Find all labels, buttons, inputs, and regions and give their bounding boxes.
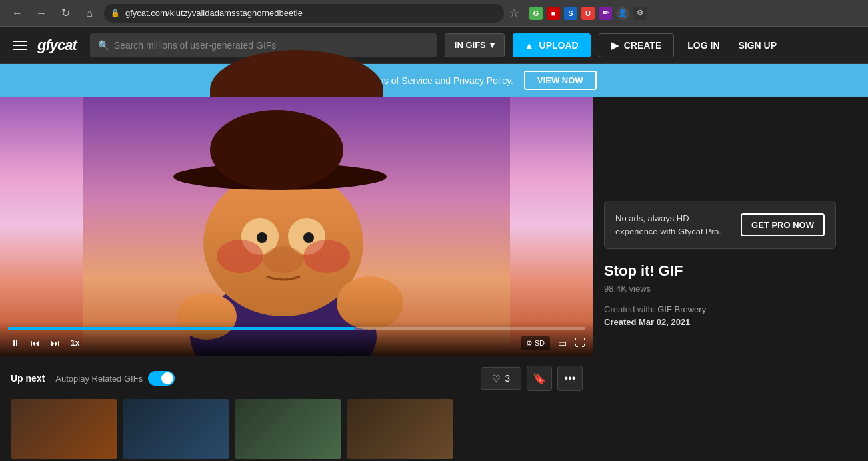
upload-label: UPLOAD bbox=[539, 40, 579, 51]
ext-icon-2[interactable]: ■ bbox=[547, 7, 560, 20]
extensions-icon[interactable]: ⚙ bbox=[633, 7, 647, 20]
pro-banner-text: No ads, always HD experience with Gfycat… bbox=[615, 212, 733, 238]
reload-button[interactable]: ↻ bbox=[56, 4, 75, 23]
upload-icon: ▲ bbox=[525, 40, 534, 51]
thumbnails-row bbox=[11, 399, 583, 459]
progress-fill bbox=[8, 327, 355, 330]
ext-icon-3[interactable]: S bbox=[564, 7, 577, 20]
step-forward-button[interactable]: ⏭ bbox=[48, 335, 63, 351]
svg-point-11 bbox=[303, 240, 350, 273]
speed-button[interactable]: 1x bbox=[68, 337, 82, 349]
gif-title: Stop it! GIF bbox=[604, 262, 836, 280]
hamburger-line bbox=[13, 41, 27, 42]
bookmark-icon: 🔖 bbox=[533, 372, 546, 385]
heart-icon: ♡ bbox=[492, 373, 501, 384]
ellipsis-icon: ••• bbox=[565, 372, 576, 384]
thumbnail-2[interactable] bbox=[123, 399, 229, 459]
ext-icon-5[interactable]: ✏ bbox=[599, 7, 612, 20]
back-button[interactable]: ← bbox=[8, 4, 27, 23]
autoplay-toggle[interactable] bbox=[148, 371, 175, 386]
hamburger-line bbox=[13, 45, 27, 46]
signup-button[interactable]: SIGN UP bbox=[733, 40, 783, 51]
search-icon: 🔍 bbox=[98, 40, 109, 51]
address-bar-wrap: 🔒 bbox=[104, 4, 504, 23]
thumbnail-1[interactable] bbox=[11, 399, 117, 459]
video-controls: ⏸ ⏮ ⏭ 1x ⚙ SD ▭ ⛶ bbox=[0, 322, 593, 356]
more-options-button[interactable]: ••• bbox=[557, 366, 583, 391]
gear-icon: ⚙ bbox=[526, 339, 533, 348]
fullscreen-button[interactable]: ⛶ bbox=[575, 337, 585, 349]
create-label: CREATE bbox=[624, 40, 662, 51]
pause-button[interactable]: ⏸ bbox=[8, 335, 23, 351]
home-button[interactable]: ⌂ bbox=[80, 4, 99, 23]
svg-point-8 bbox=[303, 232, 314, 243]
player-section: ⏸ ⏮ ⏭ 1x ⚙ SD ▭ ⛶ bbox=[0, 97, 593, 461]
created-with-label: Created with: bbox=[604, 304, 655, 314]
svg-point-7 bbox=[257, 232, 267, 243]
created-with-link[interactable]: GIF Brewery bbox=[657, 304, 706, 314]
autoplay-toggle-wrap: Autoplay Related GIFs bbox=[55, 371, 175, 386]
below-player: Up next Autoplay Related GIFs ♡ 3 🔖 bbox=[0, 356, 593, 461]
action-buttons: ♡ 3 🔖 ••• bbox=[481, 366, 583, 391]
created-with: Created with: GIF Brewery bbox=[604, 304, 836, 314]
in-gifs-button[interactable]: IN GIFS ▾ bbox=[445, 33, 505, 57]
in-gifs-label: IN GIFS bbox=[455, 40, 486, 50]
ext-icon-1[interactable]: G bbox=[529, 7, 543, 20]
up-next-row: Up next Autoplay Related GIFs ♡ 3 🔖 bbox=[11, 366, 583, 391]
lock-icon: 🔒 bbox=[111, 9, 120, 17]
step-back-button[interactable]: ⏮ bbox=[28, 335, 43, 351]
gif-views: 98.4K views bbox=[604, 284, 836, 294]
browser-extensions: G ■ S U ✏ 👤 ⚙ bbox=[529, 7, 647, 20]
address-bar[interactable] bbox=[104, 4, 504, 23]
chevron-down-icon: ▾ bbox=[490, 40, 495, 50]
gif-info: Stop it! GIF 98.4K views Created with: G… bbox=[604, 262, 836, 327]
like-count: 3 bbox=[505, 373, 510, 384]
logo-text: gfycat bbox=[37, 37, 77, 53]
created-date: Created Mar 02, 2021 bbox=[604, 317, 836, 327]
login-label: LOG IN bbox=[687, 40, 719, 51]
hamburger-line bbox=[13, 49, 27, 50]
view-now-button[interactable]: VIEW NOW bbox=[524, 71, 597, 90]
forward-button[interactable]: → bbox=[32, 4, 51, 23]
like-button[interactable]: ♡ 3 bbox=[481, 367, 521, 390]
login-button[interactable]: LOG IN bbox=[682, 40, 725, 51]
character-svg bbox=[0, 97, 593, 356]
up-next-left: Up next Autoplay Related GIFs bbox=[11, 371, 175, 386]
hamburger-button[interactable] bbox=[11, 38, 29, 53]
main-content: ⏸ ⏮ ⏭ 1x ⚙ SD ▭ ⛶ bbox=[0, 97, 868, 461]
bookmark-star-icon[interactable]: ☆ bbox=[509, 7, 519, 19]
quality-label: SD bbox=[535, 339, 545, 347]
settings-btn-wrap: ⚙ SD ▭ ⛶ bbox=[521, 335, 585, 351]
progress-bar[interactable] bbox=[8, 327, 585, 330]
signup-label: SIGN UP bbox=[739, 40, 777, 51]
pro-banner: No ads, always HD experience with Gfycat… bbox=[604, 201, 836, 249]
bookmark-button[interactable]: 🔖 bbox=[527, 366, 552, 391]
toggle-knob bbox=[161, 372, 173, 384]
theater-button[interactable]: ▭ bbox=[555, 335, 569, 351]
gif-frame[interactable] bbox=[0, 97, 593, 356]
autoplay-label: Autoplay Related GIFs bbox=[55, 374, 143, 384]
navbar: gfycat 🔍 IN GIFS ▾ ▲ UPLOAD ▶ CREATE LOG… bbox=[0, 27, 868, 64]
thumbnail-3[interactable] bbox=[235, 399, 341, 459]
thumbnail-4[interactable] bbox=[347, 399, 453, 459]
upload-button[interactable]: ▲ UPLOAD bbox=[513, 33, 591, 57]
gfycat-logo[interactable]: gfycat bbox=[37, 37, 77, 54]
controls-row: ⏸ ⏮ ⏭ 1x ⚙ SD ▭ ⛶ bbox=[8, 335, 585, 351]
svg-point-9 bbox=[263, 246, 303, 273]
tos-banner: We have updated our Terms of Service and… bbox=[0, 64, 868, 97]
quality-button[interactable]: ⚙ SD bbox=[521, 336, 550, 350]
user-profile-icon[interactable]: 👤 bbox=[616, 7, 629, 20]
up-next-label: Up next bbox=[11, 373, 45, 384]
browser-chrome: ← → ↻ ⌂ 🔒 ☆ G ■ S U ✏ 👤 ⚙ bbox=[0, 0, 868, 27]
create-button[interactable]: ▶ CREATE bbox=[599, 33, 675, 57]
play-icon: ▶ bbox=[611, 40, 619, 51]
right-sidebar: No ads, always HD experience with Gfycat… bbox=[593, 97, 847, 461]
ext-icon-4[interactable]: U bbox=[581, 7, 595, 20]
svg-point-4 bbox=[210, 110, 343, 190]
get-pro-button[interactable]: GET PRO NOW bbox=[741, 213, 825, 236]
video-container: ⏸ ⏮ ⏭ 1x ⚙ SD ▭ ⛶ bbox=[0, 97, 593, 356]
svg-point-10 bbox=[217, 240, 263, 273]
